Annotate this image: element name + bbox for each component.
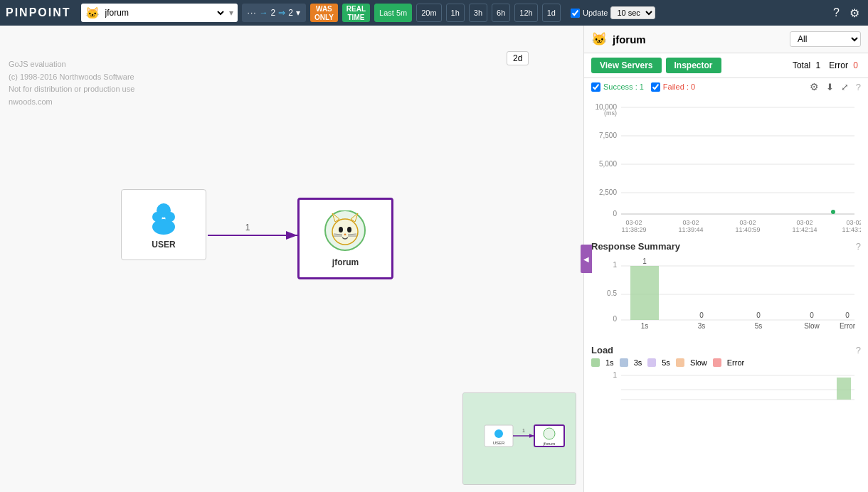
minimap-svg: USER 1 jforum [463, 393, 576, 485]
chart-settings-button[interactable]: ⚙ [810, 81, 819, 92]
twod-button[interactable]: 2d [507, 51, 529, 65]
svg-point-11 [339, 227, 343, 232]
load-section: Load ? 1s 3s 5s Slow Error 1 [584, 341, 868, 409]
minimap[interactable]: USER 1 jforum [462, 392, 576, 485]
app-selector[interactable]: 🐱 jforum ▾ [81, 4, 238, 22]
svg-text:0: 0 [613, 210, 617, 218]
load-legend-slow-dot [676, 358, 684, 367]
jforum-node[interactable]: jforum [297, 198, 393, 279]
svg-text:5s: 5s [755, 322, 763, 330]
load-legend-error-dot [713, 358, 721, 367]
svg-point-20 [494, 429, 503, 438]
response-time-chart: 10,000 (ms) 7,500 5,000 2,500 0 03-02 11… [591, 98, 861, 233]
svg-point-25 [544, 428, 555, 439]
time-btn-3h[interactable]: 3h [469, 4, 487, 22]
load-legend-5s-label: 5s [662, 358, 670, 367]
svg-text:11:40:59: 11:40:59 [735, 226, 760, 233]
time-btn-20m[interactable]: 20m [416, 4, 441, 22]
load-legend: 1s 3s 5s Slow Error [591, 357, 861, 368]
app-select-arrow: ▾ [229, 8, 233, 18]
was-only-button[interactable]: WAS ONLY [310, 4, 338, 22]
response-summary-help[interactable]: ? [856, 241, 861, 252]
svg-point-2 [152, 212, 162, 222]
svg-text:11:39:44: 11:39:44 [678, 226, 703, 233]
update-checkbox[interactable] [571, 9, 580, 18]
rp-filter-select[interactable]: All HTTP DB CACHE [790, 31, 861, 47]
help-button[interactable]: ? [830, 5, 842, 21]
load-header: Load ? [591, 343, 861, 357]
svg-text:0: 0 [845, 311, 850, 319]
load-legend-1s-dot [591, 358, 600, 367]
load-legend-slow-label: Slow [690, 358, 707, 367]
user-icon [146, 200, 181, 235]
svg-text:11:43:29: 11:43:29 [842, 226, 861, 233]
navbar: PINPOINT 🐱 jforum ▾ ··· → 2 ⇒ 2 ▾ WAS ON… [0, 0, 868, 26]
svg-text:0: 0 [756, 311, 761, 319]
error-label: Error 0 [829, 60, 858, 70]
svg-text:3s: 3s [698, 322, 706, 330]
svg-text:jforum: jforum [543, 442, 556, 446]
svg-text:1: 1 [245, 223, 250, 232]
svg-text:1: 1 [613, 371, 617, 379]
time-btn-6h[interactable]: 6h [492, 4, 510, 22]
conn-dropdown-btn[interactable]: ▾ [296, 8, 300, 18]
chart-help-button[interactable]: ? [856, 82, 861, 92]
load-legend-3s-label: 3s [634, 358, 642, 367]
download-chart-button[interactable]: ⬇ [826, 82, 834, 92]
minimap-content: USER 1 jforum [463, 393, 576, 484]
svg-text:1: 1 [642, 257, 647, 265]
svg-rect-72 [837, 378, 851, 400]
failed-legend[interactable]: Failed : 0 [651, 82, 695, 92]
user-node[interactable]: USER [121, 189, 206, 260]
success-legend[interactable]: Success : 1 [591, 82, 644, 92]
svg-point-12 [347, 227, 351, 232]
right-panel: 🐱 jforum All HTTP DB CACHE View Servers … [583, 26, 868, 492]
user-node-label: USER [152, 240, 175, 250]
svg-text:1: 1 [522, 428, 525, 433]
time-btn-1h[interactable]: 1h [446, 4, 465, 22]
main-chart: 10,000 (ms) 7,500 5,000 2,500 0 03-02 11… [584, 95, 868, 238]
conn-count1: 2 [271, 8, 276, 18]
svg-text:0: 0 [699, 311, 704, 319]
svg-text:USER: USER [493, 441, 505, 445]
svg-text:11:38:29: 11:38:29 [621, 226, 646, 233]
load-help[interactable]: ? [856, 345, 861, 355]
total-label: Total 1 [793, 60, 820, 70]
svg-text:11:42:14: 11:42:14 [792, 226, 817, 233]
app-select[interactable]: jforum [102, 7, 226, 18]
conn-dots: ··· [248, 8, 257, 18]
load-legend-3s-dot [620, 358, 628, 367]
app-icon: 🐱 [85, 6, 100, 20]
view-servers-button[interactable]: View Servers [591, 58, 662, 73]
svg-text:1: 1 [613, 261, 617, 269]
update-label: Update [571, 9, 608, 18]
svg-text:Slow: Slow [804, 322, 820, 330]
expand-chart-button[interactable]: ⤢ [841, 82, 849, 92]
svg-point-3 [165, 212, 175, 222]
failed-checkbox[interactable] [651, 82, 660, 92]
update-interval-select[interactable]: 5 sec 10 sec 30 sec 1 min [610, 6, 655, 19]
rp-title: jforum [613, 33, 784, 46]
svg-text:Error: Error [840, 322, 856, 330]
time-btn-12h[interactable]: 12h [514, 4, 537, 22]
collapse-button[interactable]: ◀ [581, 245, 592, 273]
realtime-button[interactable]: REAL TIME [342, 4, 370, 22]
rp-header: 🐱 jforum All HTTP DB CACHE [584, 26, 868, 53]
svg-text:5,000: 5,000 [599, 160, 617, 168]
app-logo: PINPOINT [6, 6, 71, 19]
settings-button[interactable]: ⚙ [847, 5, 862, 21]
svg-text:03-02: 03-02 [739, 219, 756, 226]
inspector-button[interactable]: Inspector [666, 58, 721, 73]
svg-text:7,500: 7,500 [599, 132, 617, 139]
success-checkbox[interactable] [591, 82, 600, 92]
load-legend-5s-dot [647, 358, 656, 367]
canvas-area[interactable]: USER 1 [0, 26, 583, 492]
time-btn-last5m[interactable]: Last 5m [374, 4, 412, 22]
load-title: Load [591, 345, 613, 355]
response-summary: 1 0.5 0 1 0 0 0 0 1s 3s 5s Slow [584, 255, 868, 341]
load-chart: 1 [591, 368, 858, 404]
svg-text:(ms): (ms) [604, 109, 617, 117]
time-btn-1d[interactable]: 1d [542, 4, 561, 22]
svg-text:2,500: 2,500 [599, 188, 617, 196]
svg-text:0: 0 [613, 315, 617, 323]
